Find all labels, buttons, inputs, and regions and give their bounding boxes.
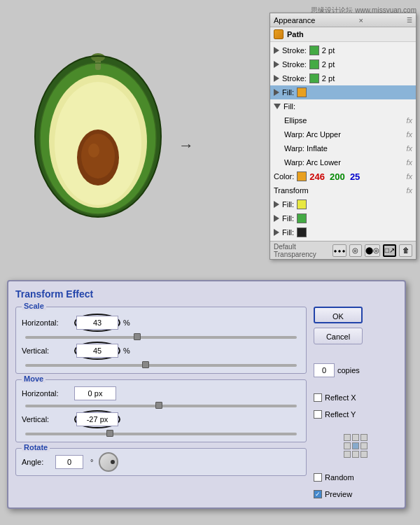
- stroke-1-triangle: [274, 47, 279, 54]
- color-r-value: 246: [309, 172, 325, 182]
- scale-v-label: Vertical:: [22, 346, 74, 355]
- stroke-3-triangle: [274, 75, 279, 82]
- move-v-input[interactable]: [76, 412, 118, 426]
- rotate-dial[interactable]: [99, 452, 118, 472]
- preview-row: ✓ Preview: [314, 490, 398, 498]
- stroke-row-2[interactable]: Stroke: 2 pt: [270, 57, 416, 71]
- panel-close-button[interactable]: ×: [358, 16, 363, 24]
- scale-section-title: Scale: [22, 302, 46, 310]
- scale-h-input[interactable]: [76, 316, 118, 330]
- svg-point-5: [81, 134, 115, 178]
- footer-btn-4[interactable]: □↗: [383, 244, 396, 257]
- move-h-input[interactable]: [74, 386, 116, 400]
- random-label: Random: [325, 473, 354, 482]
- fill2-triangle: [274, 201, 279, 208]
- color-b-value: 25: [350, 172, 360, 182]
- fill3-triangle: [274, 215, 279, 222]
- reflect-y-checkbox[interactable]: [314, 410, 322, 419]
- dialog-title: Transform Effect: [15, 288, 398, 300]
- random-row: Random: [314, 473, 398, 482]
- dialog-right: OK Cancel copies Reflect X Reflect Y: [314, 307, 398, 500]
- appearance-panel: Appearance × ☰ Path Stroke: 2 pt Stroke:: [270, 13, 416, 260]
- arrow-indicator: →: [178, 136, 194, 155]
- panel-title: Appearance: [274, 16, 315, 24]
- scale-h-slider-row: [22, 336, 300, 339]
- footer-btn-2[interactable]: ◎: [349, 244, 363, 257]
- scale-v-slider[interactable]: [25, 364, 297, 367]
- grid-cell-7: [344, 451, 351, 458]
- svg-point-6: [88, 144, 99, 158]
- fill2-row[interactable]: Fill:: [270, 197, 416, 211]
- grid-cell-3: [360, 434, 368, 441]
- fill-expand-row[interactable]: Fill:: [270, 99, 416, 113]
- scale-vertical-row: Vertical: %: [22, 342, 300, 360]
- copies-input[interactable]: [314, 363, 335, 377]
- effect-warp-arc-lower-row[interactable]: Warp: Arc Lower fx: [270, 155, 416, 169]
- cancel-button[interactable]: Cancel: [314, 328, 363, 344]
- scale-v-slider-row: [22, 364, 300, 367]
- grid-cell-9: [360, 451, 368, 458]
- panel-menu-icon[interactable]: ☰: [407, 17, 412, 24]
- scale-h-slider[interactable]: [25, 336, 297, 339]
- effect-warp-arc-upper-row[interactable]: Warp: Arc Upper fx: [270, 127, 416, 141]
- transform-effect-dialog: Transform Effect Scale Horizontal: %: [7, 280, 406, 509]
- stroke-3-swatch[interactable]: [309, 74, 319, 83]
- move-v-slider[interactable]: [25, 433, 297, 435]
- transform-section-row: Transform fx: [270, 183, 416, 197]
- scale-h-label: Horizontal:: [22, 318, 74, 327]
- degree-symbol: °: [90, 458, 93, 466]
- fill-selected-row[interactable]: Fill:: [270, 85, 416, 99]
- stroke-1-swatch[interactable]: [309, 46, 319, 55]
- footer-btn-3[interactable]: ⬤◎: [365, 244, 380, 257]
- scale-v-circle: [74, 342, 120, 360]
- copies-row: copies: [314, 363, 398, 377]
- fill-selected-swatch[interactable]: [297, 88, 307, 97]
- random-checkbox[interactable]: [314, 473, 322, 482]
- grid-icon[interactable]: [344, 434, 368, 458]
- move-horizontal-row: Horizontal:: [22, 386, 300, 400]
- scale-v-thumb[interactable]: [142, 361, 149, 368]
- fill3-swatch[interactable]: [297, 214, 307, 223]
- grid-cell-4: [344, 442, 351, 449]
- panel-path-row: Path: [270, 27, 416, 42]
- stroke-row-1[interactable]: Stroke: 2 pt: [270, 43, 416, 57]
- grid-cell-6: [360, 442, 368, 449]
- move-h-thumb[interactable]: [155, 402, 162, 409]
- effect-warp-inflate-row[interactable]: Warp: Inflate fx: [270, 141, 416, 155]
- reflect-x-checkbox[interactable]: [314, 393, 322, 402]
- move-h-slider-row: [22, 405, 300, 407]
- move-v-slider-row: [22, 433, 300, 435]
- fill4-row[interactable]: Fill:: [270, 225, 416, 239]
- move-v-thumb[interactable]: [106, 430, 113, 437]
- scale-v-unit: %: [123, 346, 130, 355]
- move-vertical-row: Vertical:: [22, 410, 300, 428]
- color-swatch[interactable]: [297, 172, 307, 181]
- ok-button[interactable]: OK: [314, 307, 363, 323]
- color-g-value: 200: [330, 172, 345, 182]
- grid-cell-1: [344, 434, 351, 441]
- footer-btn-5[interactable]: 🗑: [399, 244, 412, 257]
- move-h-slider[interactable]: [25, 405, 297, 407]
- fill3-row[interactable]: Fill:: [270, 211, 416, 225]
- rotate-section: Rotate Angle: °: [15, 448, 307, 476]
- footer-btn-1[interactable]: ⬥⬥⬥: [332, 244, 346, 257]
- effect-ellipse-row[interactable]: Ellipse fx: [270, 113, 416, 127]
- move-section: Move Horizontal: Vertical:: [15, 379, 307, 442]
- rotate-angle-label: Angle:: [22, 458, 50, 466]
- scale-v-input[interactable]: [76, 344, 118, 358]
- scale-section: Scale Horizontal: % Vertical:: [15, 307, 307, 374]
- rotate-angle-input[interactable]: [55, 455, 83, 469]
- move-v-circle: [74, 410, 120, 428]
- stroke-2-swatch[interactable]: [309, 59, 319, 69]
- fill4-swatch[interactable]: [297, 227, 307, 237]
- dialog-body: Scale Horizontal: % Vertical:: [15, 307, 398, 500]
- stroke-row-3[interactable]: Stroke: 2 pt: [270, 71, 416, 85]
- preview-checkbox[interactable]: ✓: [314, 490, 322, 498]
- scale-h-thumb[interactable]: [134, 333, 141, 340]
- rotate-section-title: Rotate: [22, 443, 50, 451]
- effect-ellipse-fx: fx: [406, 116, 412, 125]
- effect-warp-inflate-fx: fx: [406, 144, 412, 153]
- move-section-title: Move: [22, 374, 46, 383]
- fill2-swatch[interactable]: [297, 200, 307, 209]
- panel-titlebar: Appearance × ☰: [270, 13, 416, 27]
